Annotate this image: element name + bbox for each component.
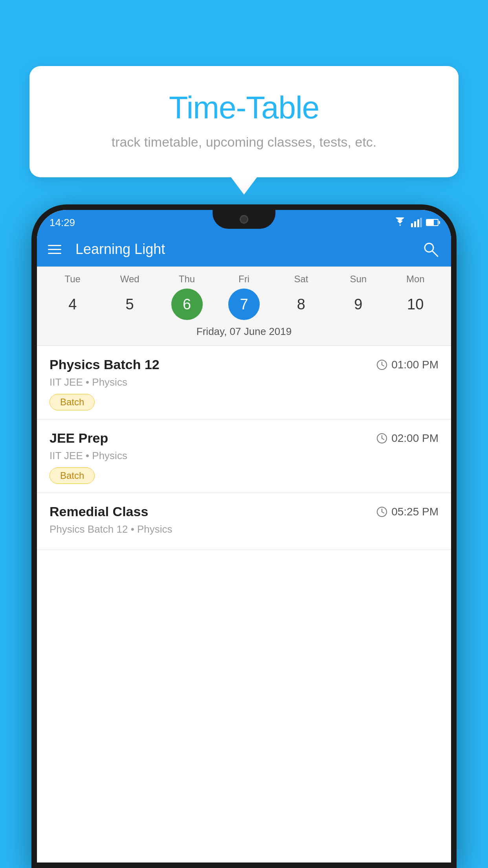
schedule-item-1[interactable]: Physics Batch 12 01:00 PM IIT JEE • Phys… xyxy=(37,346,451,419)
svg-line-8 xyxy=(382,365,384,366)
battery-icon xyxy=(426,219,438,226)
day-10[interactable]: 10 xyxy=(400,289,431,320)
status-time: 14:29 xyxy=(50,217,75,229)
svg-rect-1 xyxy=(414,221,416,227)
phone-screen: 14:29 xyxy=(37,210,451,862)
status-icons xyxy=(393,217,438,228)
svg-rect-2 xyxy=(417,219,419,227)
svg-rect-3 xyxy=(420,218,422,227)
tooltip-card: Time-Table track timetable, upcoming cla… xyxy=(29,66,459,177)
clock-icon-2 xyxy=(376,433,387,444)
phone-inner: 14:29 xyxy=(37,210,451,862)
day-header-sat: Sat xyxy=(285,274,317,285)
calendar-strip: Tue Wed Thu Fri Sat Sun Mon 4 5 6 7 8 9 … xyxy=(37,267,451,346)
svg-rect-0 xyxy=(411,223,413,227)
day-numbers: 4 5 6 7 8 9 10 xyxy=(37,289,451,320)
time-text-3: 05:25 PM xyxy=(391,506,438,518)
day-header-sun: Sun xyxy=(343,274,374,285)
item-title-2: JEE Prep xyxy=(50,430,108,446)
app-title: Learning Light xyxy=(72,241,410,257)
day-header-mon: Mon xyxy=(400,274,431,285)
phone-notch xyxy=(213,210,275,229)
day-header-wed: Wed xyxy=(114,274,145,285)
search-icon xyxy=(422,241,439,258)
svg-line-14 xyxy=(382,512,384,513)
item-time-1: 01:00 PM xyxy=(376,359,438,371)
item-time-2: 02:00 PM xyxy=(376,432,438,445)
day-7-selected[interactable]: 7 xyxy=(228,289,260,320)
hamburger-menu-icon[interactable] xyxy=(48,245,61,254)
batch-badge-2: Batch xyxy=(50,467,95,484)
schedule-list: Physics Batch 12 01:00 PM IIT JEE • Phys… xyxy=(37,346,451,862)
signal-icon xyxy=(411,218,422,227)
day-header-tue: Tue xyxy=(57,274,88,285)
time-text-2: 02:00 PM xyxy=(391,432,438,445)
app-bar: Learning Light xyxy=(37,232,451,267)
day-headers: Tue Wed Thu Fri Sat Sun Mon xyxy=(37,274,451,285)
tooltip-subtitle: track timetable, upcoming classes, tests… xyxy=(61,134,427,150)
svg-line-5 xyxy=(432,251,438,256)
item-time-3: 05:25 PM xyxy=(376,506,438,518)
day-6-today[interactable]: 6 xyxy=(171,289,203,320)
time-text-1: 01:00 PM xyxy=(391,359,438,371)
item-subtitle-1: IIT JEE • Physics xyxy=(50,376,438,388)
batch-badge-1: Batch xyxy=(50,394,95,410)
day-header-thu: Thu xyxy=(171,274,203,285)
item-subtitle-3: Physics Batch 12 • Physics xyxy=(50,523,438,535)
item-top-2: JEE Prep 02:00 PM xyxy=(50,430,438,446)
day-4[interactable]: 4 xyxy=(57,289,88,320)
phone-frame: 14:29 xyxy=(31,204,457,868)
item-top-1: Physics Batch 12 01:00 PM xyxy=(50,357,438,372)
clock-icon-3 xyxy=(376,506,387,517)
wifi-icon xyxy=(393,217,407,228)
item-subtitle-2: IIT JEE • Physics xyxy=(50,450,438,462)
schedule-item-2[interactable]: JEE Prep 02:00 PM IIT JEE • Physics Batc… xyxy=(37,419,451,493)
item-title-3: Remedial Class xyxy=(50,504,148,519)
clock-icon-1 xyxy=(376,359,387,370)
day-9[interactable]: 9 xyxy=(343,289,374,320)
selected-date: Friday, 07 June 2019 xyxy=(37,326,451,343)
day-8[interactable]: 8 xyxy=(285,289,317,320)
svg-line-11 xyxy=(382,438,384,440)
item-title-1: Physics Batch 12 xyxy=(50,357,160,372)
camera xyxy=(240,215,248,224)
schedule-item-3[interactable]: Remedial Class 05:25 PM Physics Batch 12… xyxy=(37,493,451,550)
search-button[interactable] xyxy=(421,240,440,259)
day-header-fri: Fri xyxy=(228,274,260,285)
day-5[interactable]: 5 xyxy=(114,289,145,320)
tooltip-title: Time-Table xyxy=(61,90,427,126)
item-top-3: Remedial Class 05:25 PM xyxy=(50,504,438,519)
